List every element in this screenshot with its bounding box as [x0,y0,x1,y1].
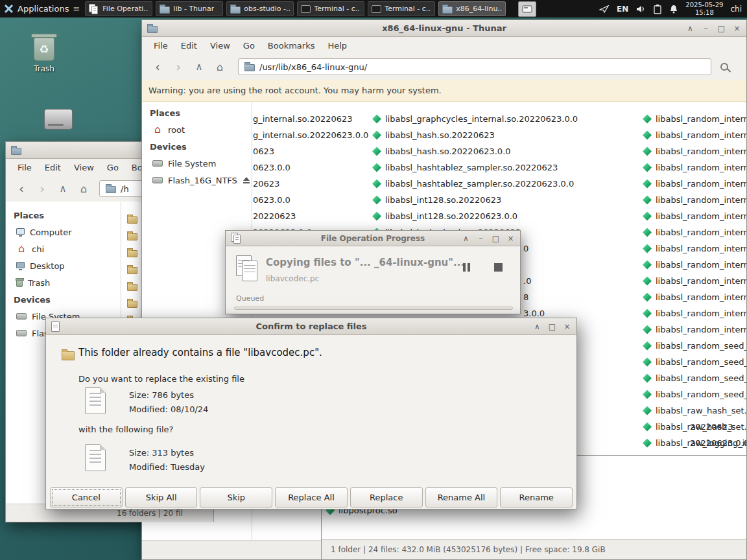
back-button[interactable]: ‹ [147,58,168,76]
up-button[interactable]: ∧ [53,180,73,198]
file-item[interactable]: libabsl_random_interna [643,143,746,159]
file-item[interactable]: libabsl_random_seed_s [643,370,746,386]
file-item[interactable]: libabsl_hash.so.20220623.0.0 [372,143,578,159]
taskbar-item-file-operation[interactable]: File Operati... [85,1,152,16]
file-item[interactable]: 0623.0.0 [253,192,368,208]
menu-item[interactable]: File [11,160,38,175]
shade-button[interactable]: ∧ [462,235,470,242]
sidebar-item-home[interactable]: ⌂ chi [6,240,121,257]
notification-bell-icon[interactable] [669,4,678,14]
shade-button[interactable]: ∧ [533,323,541,331]
file-item[interactable]: 20623 [253,176,368,192]
dialog-button[interactable]: Replace [350,487,423,508]
file-item[interactable]: libabsl_random_interna [643,224,746,240]
file-item[interactable]: libabsl_int128.so.20220623 [372,192,578,208]
applications-menu[interactable]: Applications [0,0,73,18]
search-icon[interactable] [720,63,728,71]
home-button[interactable]: ⌂ [73,180,94,198]
dialog-button[interactable]: Cancel [50,487,123,508]
menu-item[interactable]: File [147,38,174,53]
sidebar-item-desktop[interactable]: Desktop [6,257,121,274]
menu-item[interactable]: Edit [38,160,67,175]
sidebar-item-root[interactable]: ⌂ root [142,121,252,138]
minimize-button[interactable]: – [477,235,485,242]
file-item[interactable]: libabsl_random_interna [643,159,746,176]
file-item[interactable]: libabsl_random_interna [643,273,746,289]
file-item[interactable]: libabsl_random_interna [643,305,746,321]
maximize-button[interactable]: □ [548,323,556,331]
file-item[interactable]: 0623.0.0 [253,159,368,176]
file-item[interactable]: libabsl_raw_hash_set.s [643,402,746,419]
sidebar-item-computer[interactable]: Computer [6,224,121,240]
taskbar-item-obs-studio[interactable]: obs-studio -... [226,1,294,16]
up-button[interactable]: ∧ [189,58,209,76]
menu-item[interactable]: Go [237,38,261,53]
file-item[interactable]: libabsl_random_interna [643,208,746,224]
keyboard-layout-indicator[interactable]: EN [617,5,628,14]
close-button[interactable]: × [733,25,741,32]
file-item[interactable]: libabsl_random_seed_s [643,386,746,402]
main-window-titlebar[interactable]: x86_64-linux-gnu - Thunar ∧ – □ × [142,20,746,37]
progress-dialog-titlebar[interactable]: File Operation Progress ∧ – □ × [226,231,520,246]
menu-item[interactable]: View [204,38,237,53]
file-item[interactable]: libabsl_random_interna [643,176,746,192]
file-item[interactable]: libabsl_random_seed_g [643,354,746,370]
dialog-button[interactable]: Skip All [125,487,198,508]
dialog-button[interactable]: Rename [500,487,573,508]
send-tray-icon[interactable] [599,4,610,14]
stop-button[interactable] [494,263,503,272]
file-item[interactable]: libabsl_random_interna [643,257,746,273]
dialog-button[interactable]: Skip [200,487,272,508]
file-item[interactable]: libabsl_hashtablez_sampler.so.20220623.0… [372,176,578,192]
close-button[interactable]: × [506,235,515,242]
forward-button[interactable]: › [32,180,53,198]
file-item[interactable]: g_internal.so.20220623 [253,111,368,127]
clipboard-icon[interactable] [653,4,662,14]
pause-button[interactable] [463,263,470,272]
sidebar-item-flash-drive[interactable]: Flash_16G_NTFS [142,172,252,189]
file-item[interactable]: libabsl_hashtablez_sampler.so.20220623 [372,159,578,176]
maximize-button[interactable]: □ [492,235,500,242]
taskbar-item-x86-64-linux-gnu[interactable]: x86_64-linu... [438,1,506,16]
menu-item[interactable]: View [67,160,101,175]
file-item[interactable]: libabsl_hash.so.20220623 [372,127,578,143]
forward-button[interactable]: › [168,58,189,76]
sidebar-item-file-system[interactable]: File System [142,155,252,172]
sidebar-item-trash[interactable]: Trash [6,274,121,291]
eject-icon[interactable] [243,177,250,184]
menu-item[interactable]: Help [321,38,353,53]
back-button[interactable]: ‹ [11,180,32,198]
minimize-button[interactable]: – [702,25,710,32]
taskbar-item-terminal-2[interactable]: Terminal - c... [368,1,435,16]
menu-item[interactable]: Edit [174,38,204,53]
close-button[interactable]: × [563,323,571,331]
file-item[interactable]: libabsl_graphcycles_internal.so.20220623… [372,111,578,127]
dialog-button[interactable]: Replace All [275,487,348,508]
file-item[interactable]: libabsl_random_interna [643,321,746,338]
file-item[interactable]: libabsl_random_interna [643,289,746,305]
clock[interactable]: 2025-05-29 15:18 [685,1,723,17]
taskbar-item-terminal-1[interactable]: Terminal - c... [297,1,364,16]
maximize-button[interactable]: □ [717,25,726,32]
file-item[interactable]: g_internal.so.20220623.0.0 [253,127,368,143]
trash-desktop-icon[interactable]: ♻ Trash [14,32,74,73]
file-item[interactable]: libabsl_random_seed_g [643,338,746,354]
menu-icon[interactable]: ≡ [73,4,80,14]
file-item[interactable]: 0623 [253,143,368,159]
file-item[interactable]: libabsl_int128.so.20220623.0.0 [372,208,578,224]
tray-device-button[interactable] [518,1,536,17]
file-item[interactable]: libabsl_random_interna [643,111,746,127]
file-item[interactable]: libabsl_random_interna [643,127,746,143]
shade-button[interactable]: ∧ [686,25,694,32]
menu-item[interactable]: Bookmarks [261,38,322,53]
user-indicator[interactable]: chi [730,5,742,14]
file-item[interactable]: libabsl_random_interna [643,192,746,208]
volume-icon[interactable] [635,4,646,14]
file-item[interactable]: 20220623 [253,208,368,224]
dialog-button[interactable]: Rename All [425,487,498,508]
menu-item[interactable]: Go [101,160,125,175]
taskbar-item-lib[interactable]: lib - Thunar [156,1,223,16]
file-item[interactable]: libabsl_random_interna [643,240,746,257]
replace-dialog-titlebar[interactable]: Confirm to replace files ∧ □ × [46,318,576,335]
path-bar[interactable]: /usr/lib/x86_64-linux-gnu/ [238,58,711,75]
